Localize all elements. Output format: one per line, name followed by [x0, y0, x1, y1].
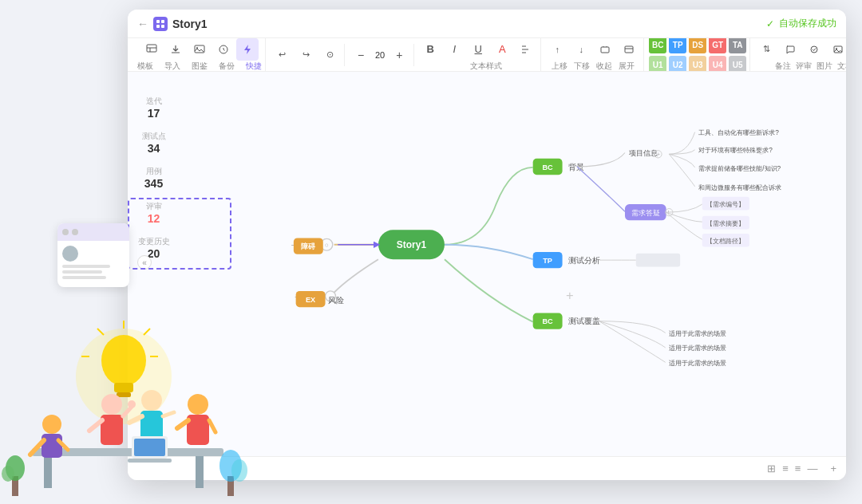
svg-line-79 — [89, 420, 102, 431]
review-label: 图片 — [817, 61, 832, 72]
toolbar-group-main: 模板 导入 图鉴 备份 快捷 — [134, 38, 266, 72]
font-size-minus[interactable]: − — [350, 44, 372, 66]
svg-text:障碍: 障碍 — [301, 242, 316, 250]
svg-point-11 — [811, 46, 817, 53]
save-status: ✓ 自动保存成功 — [766, 17, 836, 30]
image-btn[interactable] — [827, 38, 846, 61]
stat-testpoint-label: 测试点 — [142, 131, 166, 142]
svg-text:测试分析: 测试分析 — [568, 256, 600, 265]
svg-text:项目信息: 项目信息 — [629, 149, 658, 157]
svg-text:工具、自动化有哪些新诉求?: 工具、自动化有哪些新诉求? — [698, 128, 779, 136]
stat-iteration-value: 17 — [148, 107, 160, 120]
italic-btn[interactable]: I — [443, 38, 465, 61]
svg-text:需求答疑: 需求答疑 — [631, 209, 660, 217]
move-down-label: 下移 — [574, 61, 590, 72]
align-left-btn[interactable]: ≡ — [782, 463, 789, 474]
svg-rect-0 — [156, 20, 160, 23]
stat-usecase: 用例 345 — [136, 166, 172, 190]
font-size-plus[interactable]: + — [388, 44, 410, 66]
save-status-text: 自动保存成功 — [779, 17, 836, 30]
zoom-in-btn[interactable]: + — [830, 463, 836, 474]
back-button[interactable]: ← — [137, 18, 148, 30]
bold-btn[interactable]: B — [419, 38, 441, 61]
svg-rect-10 — [625, 46, 633, 53]
template-label: 模板 — [137, 61, 153, 72]
align-center-btn[interactable]: ≡ — [795, 463, 801, 474]
sort-btn[interactable]: ⇅ — [755, 38, 777, 61]
format-btn[interactable] — [515, 38, 537, 61]
svg-rect-71 — [44, 456, 52, 488]
svg-text:风险: 风险 — [328, 296, 344, 305]
svg-text:EX: EX — [306, 296, 316, 304]
stat-iteration: 迭代 17 — [136, 96, 172, 120]
zoom-out-btn[interactable]: — — [807, 463, 817, 474]
svg-text:适用于此需求的场景: 适用于此需求的场景 — [669, 329, 726, 337]
stat-review: 评审 12 — [136, 201, 172, 225]
save-check-icon: ✓ — [766, 18, 774, 30]
stat-review-label: 评审 — [146, 201, 162, 212]
album-label: 图鉴 — [192, 61, 208, 72]
svg-point-95 — [2, 466, 14, 482]
svg-text:TP: TP — [543, 257, 552, 265]
backup-btn[interactable] — [212, 38, 235, 61]
tag-bc-btn[interactable]: BC — [649, 38, 666, 53]
svg-rect-9 — [601, 47, 609, 53]
history-btn[interactable]: ⊙ — [318, 44, 341, 66]
undo-btn[interactable]: ↩ — [271, 44, 293, 66]
mindmap-svg: Story1 BC 背景 项目信息 + 工具、自动化有哪些新诉求? 对于环境有哪 — [176, 72, 846, 432]
tag-gt2-btn[interactable]: U4 — [709, 56, 726, 72]
fit-btn[interactable]: ⊞ — [767, 463, 776, 474]
toolbar-group-fontsize: − 20 + — [346, 44, 414, 66]
collapse-label: 收起 — [596, 61, 612, 72]
svg-rect-3 — [161, 25, 164, 28]
review-btn[interactable] — [803, 38, 825, 61]
stat-usecase-label: 用例 — [146, 166, 162, 177]
toolbar: 模板 导入 图鉴 备份 快捷 ↩ ↪ ⊙ − 20 + B — [128, 38, 846, 72]
tag-ds-btn[interactable]: DS — [689, 38, 706, 53]
svg-line-75 — [30, 440, 44, 455]
toolbar-template: 模板 导入 图鉴 备份 快捷 — [137, 38, 262, 72]
svg-text:适用于此需求的场景: 适用于此需求的场景 — [669, 359, 726, 367]
tag-ta-btn[interactable]: TA — [729, 38, 746, 53]
svg-rect-43 — [636, 254, 680, 267]
stat-usecase-value: 345 — [144, 177, 163, 190]
backup-label: 备份 — [219, 61, 235, 72]
svg-text:+: + — [657, 151, 660, 158]
move-up-btn[interactable]: ↑ — [546, 38, 568, 61]
font-size-value: 20 — [374, 50, 386, 60]
redo-btn[interactable]: ↪ — [295, 44, 317, 66]
import-btn[interactable] — [164, 38, 187, 61]
svg-text:【需求编号】: 【需求编号】 — [706, 200, 745, 208]
svg-text:+: + — [566, 288, 574, 303]
album-btn[interactable] — [188, 38, 211, 61]
svg-text:BC: BC — [542, 317, 553, 325]
quick-btn[interactable] — [236, 38, 259, 61]
stat-history-label: 变更历史 — [138, 236, 170, 247]
tag-tp-btn[interactable]: TP — [669, 38, 686, 53]
tag-ta2-btn[interactable]: U5 — [729, 56, 746, 72]
canvas-area[interactable]: 迭代 17 测试点 34 用例 345 评审 12 变更历史 20 « — [128, 72, 846, 456]
comment-btn[interactable] — [779, 38, 801, 61]
tag-tp2-btn[interactable]: U2 — [669, 56, 686, 72]
svg-text:需求提前储备哪些技能/知识?: 需求提前储备哪些技能/知识? — [698, 164, 781, 172]
title-icon — [153, 17, 168, 31]
title-bar-left: ← Story1 — [137, 17, 208, 31]
toolbar-group-more: ⇅ T 备注 评审 图片 文本 — [752, 38, 846, 72]
floating-card — [57, 223, 129, 287]
font-color-btn[interactable]: A — [491, 38, 513, 61]
underline-btn[interactable]: U — [467, 38, 489, 61]
sort-label: 备注 — [775, 61, 791, 72]
template-btn[interactable] — [140, 38, 163, 61]
tag-ds2-btn[interactable]: U3 — [689, 56, 706, 72]
expand-btn[interactable] — [618, 38, 640, 61]
quick-label: 快捷 — [246, 61, 262, 72]
title-bar: ← Story1 ✓ 自动保存成功 — [128, 10, 846, 38]
toolbar-group-move: ↑ ↓ 上移 下移 收起 展开 — [543, 38, 644, 72]
tag-bc2-btn[interactable]: U1 — [649, 56, 666, 72]
svg-text:【文档路径】: 【文档路径】 — [706, 237, 745, 245]
collapse-btn[interactable] — [594, 38, 616, 61]
move-down-btn[interactable]: ↓ — [570, 38, 592, 61]
mindmap-area[interactable]: Story1 BC 背景 项目信息 + 工具、自动化有哪些新诉求? 对于环境有哪 — [176, 72, 846, 432]
left-collapse-button[interactable]: « — [137, 255, 152, 270]
tag-gt-btn[interactable]: GT — [709, 38, 726, 53]
